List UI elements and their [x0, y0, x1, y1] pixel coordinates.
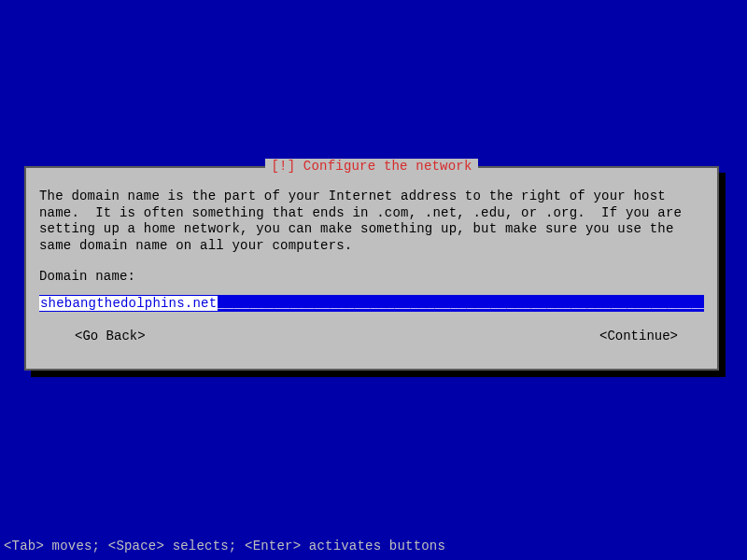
domain-name-value: shebangthedolphins.net — [39, 295, 218, 312]
continue-button[interactable]: <Continue> — [599, 329, 678, 343]
help-text: The domain name is the part of your Inte… — [39, 189, 704, 254]
keyboard-hint: <Tab> moves; <Space> selects; <Enter> ac… — [0, 539, 449, 555]
domain-name-input[interactable]: shebangthedolphins.net _________________… — [39, 295, 704, 312]
installer-screen: [!] Configure the network The domain nam… — [0, 0, 747, 560]
domain-name-label: Domain name: — [39, 269, 704, 286]
go-back-button[interactable]: <Go Back> — [75, 329, 146, 343]
dialog-body: The domain name is the part of your Inte… — [26, 168, 717, 358]
configure-network-dialog: [!] Configure the network The domain nam… — [24, 166, 719, 371]
button-row: <Go Back> <Continue> — [39, 329, 704, 351]
input-underscore-fill: ________________________________________… — [218, 295, 704, 312]
